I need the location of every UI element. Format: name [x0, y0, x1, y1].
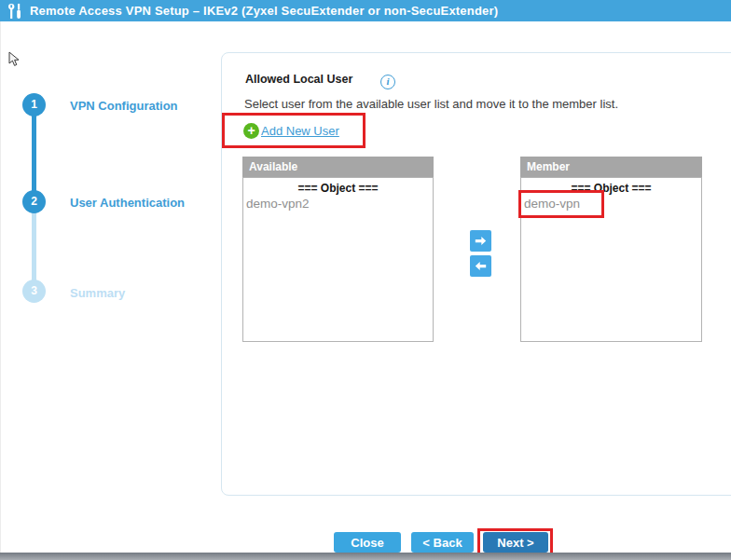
move-right-button[interactable]	[470, 230, 491, 252]
step-1-circle: 1	[22, 93, 46, 116]
member-list-header: Member	[520, 157, 702, 177]
next-button[interactable]: Next >	[483, 532, 548, 553]
member-list-item[interactable]: demo-vpn	[521, 197, 701, 211]
add-new-user-label[interactable]: Add New User	[261, 124, 339, 138]
step-connector-1-2	[32, 115, 36, 192]
window-left-edge	[0, 21, 1, 553]
member-object-separator: === Object ===	[521, 182, 701, 195]
step-3-circle: 3	[22, 280, 46, 303]
wizard-title: Remote Access VPN Setup – IKEv2 (Zyxel S…	[30, 4, 498, 18]
available-listbox[interactable]: === Object === demo-vpn2	[242, 177, 434, 342]
arrow-right-icon	[475, 235, 487, 247]
step-2-circle: 2	[22, 190, 46, 213]
close-button[interactable]: Close	[334, 532, 401, 553]
step-3-label-summary: Summary	[70, 286, 125, 300]
info-icon[interactable]: i	[380, 75, 395, 89]
tools-icon	[8, 4, 22, 19]
arrow-left-icon	[475, 260, 487, 272]
move-left-button[interactable]	[470, 255, 491, 277]
add-new-user-link[interactable]: + Add New User	[243, 123, 339, 139]
window-bottom-bar	[0, 553, 731, 560]
allowed-local-user-heading: Allowed Local User	[245, 73, 352, 86]
member-listbox[interactable]: === Object === demo-vpn	[520, 177, 702, 342]
step-2-label-user-authentication: User Authentication	[70, 196, 185, 210]
available-list-item[interactable]: demo-vpn2	[243, 197, 433, 211]
mouse-cursor	[8, 51, 21, 67]
plus-icon[interactable]: +	[243, 123, 259, 139]
available-list-header: Available	[242, 157, 434, 177]
back-button[interactable]: < Back	[411, 532, 474, 553]
instruction-text: Select user from the available user list…	[244, 97, 618, 111]
available-object-separator: === Object ===	[243, 182, 433, 195]
step-1-label-vpn-configuration: VPN Configuration	[70, 99, 178, 113]
wizard-titlebar: Remote Access VPN Setup – IKEv2 (Zyxel S…	[0, 0, 731, 21]
step-connector-2-3	[32, 212, 36, 281]
